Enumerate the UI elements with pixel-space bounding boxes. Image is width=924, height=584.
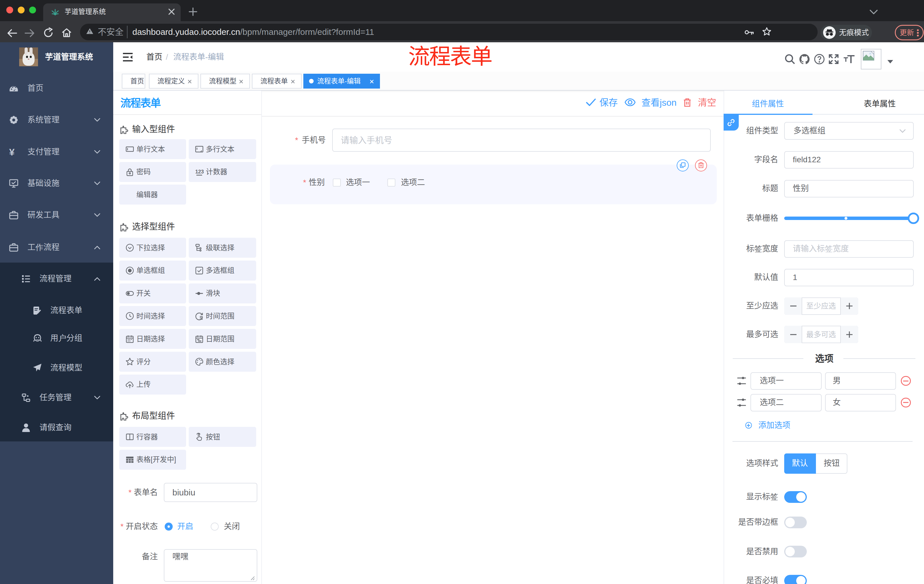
svg-text:123: 123: [195, 169, 204, 174]
